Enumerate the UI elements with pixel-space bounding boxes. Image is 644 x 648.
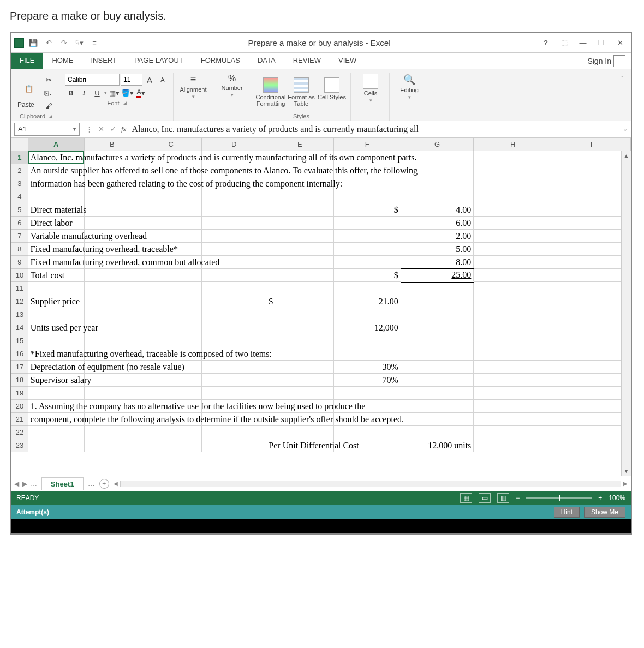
row-header-9[interactable]: 9	[11, 256, 28, 269]
cell-B18[interactable]	[84, 374, 140, 387]
cell-A6[interactable]: Direct labor	[28, 217, 84, 230]
row-header-13[interactable]: 13	[11, 308, 28, 321]
cell-H5[interactable]	[474, 203, 552, 217]
cell-F13[interactable]	[333, 308, 401, 321]
cell-F4[interactable]	[333, 190, 401, 203]
cell-D11[interactable]	[202, 282, 266, 295]
cell-G21[interactable]	[401, 413, 474, 426]
cell-H18[interactable]	[474, 374, 552, 387]
cell-G22[interactable]	[401, 426, 474, 439]
row-header-4[interactable]: 4	[11, 190, 28, 203]
cell-G23[interactable]: 12,000 units	[401, 439, 474, 452]
enter-formula-icon[interactable]: ✓	[107, 123, 119, 135]
cell-E8[interactable]	[266, 243, 333, 256]
view-page-layout-icon[interactable]: ▭	[479, 493, 491, 503]
col-header-H[interactable]: H	[474, 138, 552, 151]
row-header-18[interactable]: 18	[11, 374, 28, 387]
cell-B10[interactable]	[84, 269, 140, 282]
cell-H13[interactable]	[474, 308, 552, 321]
cell-E11[interactable]	[266, 282, 333, 295]
select-all-corner[interactable]	[11, 138, 28, 151]
cell-D6[interactable]	[202, 217, 266, 230]
cell-I9[interactable]	[552, 256, 631, 269]
editing-button[interactable]: 🔍Editing▾	[395, 74, 424, 104]
cell-A17[interactable]: Depreciation of equipment (no resale val…	[28, 361, 84, 374]
cell-styles-button[interactable]: Cell Styles	[318, 77, 346, 108]
cell-B19[interactable]	[84, 387, 140, 400]
cell-F11[interactable]	[333, 282, 401, 295]
cell-H11[interactable]	[474, 282, 552, 295]
cell-F6[interactable]	[333, 217, 401, 230]
cell-H20[interactable]	[474, 400, 552, 413]
col-header-I[interactable]: I	[552, 138, 631, 151]
row-header-7[interactable]: 7	[11, 230, 28, 243]
cell-D7[interactable]	[202, 230, 266, 243]
row-header-5[interactable]: 5	[11, 203, 28, 217]
row-header-8[interactable]: 8	[11, 243, 28, 256]
grow-font-icon[interactable]: A	[144, 74, 156, 86]
cell-I10[interactable]	[552, 269, 631, 282]
cell-I22[interactable]	[552, 426, 631, 439]
number-button[interactable]: % Number ▾	[218, 74, 246, 104]
cell-G14[interactable]	[401, 321, 474, 334]
cell-I19[interactable]	[552, 387, 631, 400]
qat-customize-icon[interactable]: ≡	[88, 37, 100, 49]
name-box-dropdown-icon[interactable]: ▾	[73, 126, 76, 132]
clipboard-launcher-icon[interactable]: ◢	[49, 113, 52, 119]
cell-C7[interactable]	[140, 230, 202, 243]
show-me-button[interactable]: Show Me	[584, 507, 625, 518]
qat-touch-icon[interactable]: ☟▾	[73, 37, 85, 49]
add-sheet-button[interactable]: +	[99, 479, 109, 489]
cell-A20[interactable]: 1. Assuming the company has no alternati…	[28, 400, 84, 413]
cell-A2[interactable]: An outside supplier has offered to sell …	[28, 164, 84, 177]
cell-A10[interactable]: Total cost	[28, 269, 84, 282]
cell-I6[interactable]	[552, 217, 631, 230]
cell-G4[interactable]	[401, 190, 474, 203]
row-header-3[interactable]: 3	[11, 177, 28, 190]
cell-I4[interactable]	[552, 190, 631, 203]
cell-G16[interactable]	[401, 347, 474, 361]
cell-A12[interactable]: Supplier price	[28, 295, 84, 308]
cell-G6[interactable]: 6.00	[401, 217, 474, 230]
alignment-button[interactable]: ≡ Alignment ▾	[179, 74, 207, 104]
cell-E19[interactable]	[266, 387, 333, 400]
row-header-15[interactable]: 15	[11, 334, 28, 347]
cell-B5[interactable]	[84, 203, 140, 217]
shrink-font-icon[interactable]: A	[157, 74, 169, 86]
row-header-19[interactable]: 19	[11, 387, 28, 400]
cell-D12[interactable]	[202, 295, 266, 308]
cell-F12[interactable]: 21.00	[333, 295, 401, 308]
collapse-ribbon-icon[interactable]: ˄	[616, 73, 629, 121]
cell-C6[interactable]	[140, 217, 202, 230]
col-header-G[interactable]: G	[401, 138, 474, 151]
italic-button[interactable]: I	[78, 87, 90, 99]
cell-A5[interactable]: Direct materials	[28, 203, 84, 217]
cell-A3[interactable]: information has been gathered relating t…	[28, 177, 84, 190]
cell-A18[interactable]: Supervisor salary	[28, 374, 84, 387]
cell-H1[interactable]	[474, 151, 552, 164]
cell-A4[interactable]	[28, 190, 84, 203]
col-header-B[interactable]: B	[84, 138, 140, 151]
copy-icon[interactable]: ⎘▾	[43, 87, 55, 99]
underline-button[interactable]: U	[91, 87, 103, 99]
qat-save-icon[interactable]: 💾	[27, 37, 39, 49]
row-header-20[interactable]: 20	[11, 400, 28, 413]
row-header-16[interactable]: 16	[11, 347, 28, 361]
cell-H17[interactable]	[474, 361, 552, 374]
cell-G19[interactable]	[401, 387, 474, 400]
cell-D23[interactable]	[202, 439, 266, 452]
cell-I20[interactable]	[552, 400, 631, 413]
cell-G9[interactable]: 8.00	[401, 256, 474, 269]
cell-B13[interactable]	[84, 308, 140, 321]
font-size-select[interactable]	[121, 74, 142, 86]
cells-button[interactable]: Cells▾	[356, 74, 385, 104]
cell-A15[interactable]	[28, 334, 84, 347]
cell-E6[interactable]	[266, 217, 333, 230]
tab-insert[interactable]: INSERT	[82, 53, 125, 69]
horizontal-scrollbar[interactable]	[120, 481, 621, 487]
cell-H10[interactable]	[474, 269, 552, 282]
cell-G20[interactable]	[401, 400, 474, 413]
cell-C18[interactable]	[140, 374, 202, 387]
zoom-level[interactable]: 100%	[609, 494, 625, 502]
format-painter-icon[interactable]: 🖌	[43, 100, 55, 112]
